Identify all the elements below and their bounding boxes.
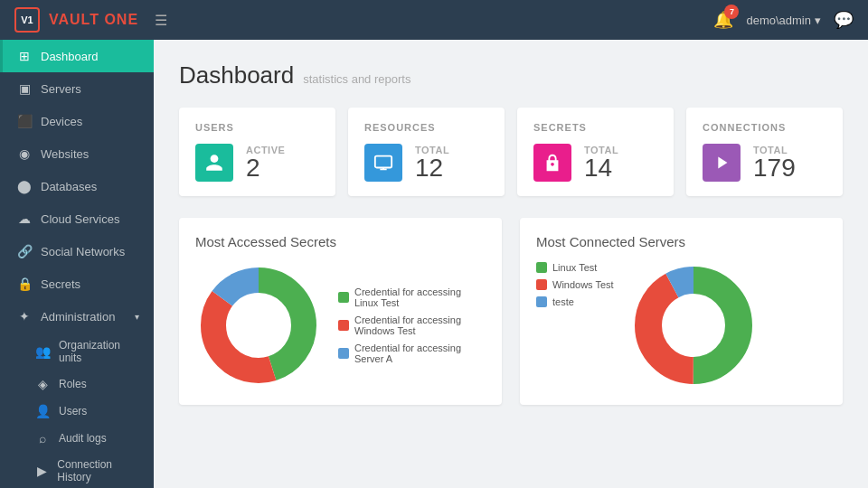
legend-label: Linux Test bbox=[552, 262, 597, 273]
cloud-icon: ☁ bbox=[17, 211, 32, 226]
sidebar-item-label: Cloud Services bbox=[41, 212, 119, 226]
stat-card-users: USERS ACTIVE 2 bbox=[179, 108, 335, 196]
notification-button[interactable]: 🔔 7 bbox=[713, 10, 733, 30]
sidebar-item-label: Secrets bbox=[41, 277, 80, 291]
sidebar-item-websites[interactable]: ◉ Websites bbox=[0, 137, 154, 170]
sidebar-item-label: Servers bbox=[41, 82, 81, 96]
topbar-left: V1 VAULT ONE ☰ bbox=[14, 7, 167, 33]
legend-color-dot bbox=[338, 348, 349, 359]
legend-label: Credential for accessing Server A bbox=[354, 343, 486, 364]
sidebar-item-users[interactable]: 👤 Users bbox=[9, 398, 154, 425]
legend-color-dot bbox=[536, 296, 547, 307]
social-icon: 🔗 bbox=[17, 244, 32, 258]
legend-label: teste bbox=[552, 296, 574, 307]
sidebar-item-label: Devices bbox=[41, 115, 82, 128]
logo-icon: V1 bbox=[14, 7, 40, 33]
servers-chart-legend: Linux Test Windows Test teste bbox=[536, 262, 614, 307]
stat-body-users: ACTIVE 2 bbox=[195, 144, 319, 182]
sidebar-item-databases[interactable]: ⬤ Databases bbox=[0, 170, 154, 202]
sidebar-item-devices[interactable]: ⬛ Devices bbox=[0, 105, 154, 137]
secrets-stat-icon bbox=[533, 144, 571, 182]
topbar-right: 🔔 7 demo\admin ▾ 💬 bbox=[713, 10, 854, 30]
stat-card-resources: RESOURCES TOTAL 12 bbox=[348, 108, 505, 196]
chevron-down-icon: ▾ bbox=[135, 312, 139, 322]
svg-point-9 bbox=[668, 300, 719, 351]
stat-label-secrets: SECRETS bbox=[533, 122, 657, 133]
legend-item: Credential for accessing Server A bbox=[338, 343, 486, 364]
stat-values-users: ACTIVE 2 bbox=[246, 145, 285, 181]
legend-label: Credential for accessing Linux Test bbox=[354, 286, 486, 308]
roles-icon: ◈ bbox=[35, 377, 50, 391]
notification-badge: 7 bbox=[724, 5, 739, 19]
stat-value-connections: 179 bbox=[753, 155, 796, 181]
sidebar-item-administration[interactable]: ✦ Administration ▾ bbox=[0, 300, 154, 333]
logo-text: VAULT ONE bbox=[49, 12, 138, 28]
user-menu-button[interactable]: demo\admin ▾ bbox=[746, 14, 821, 27]
sidebar-item-label: Roles bbox=[59, 378, 87, 390]
org-icon: 👥 bbox=[35, 344, 50, 359]
legend-label: Windows Test bbox=[552, 279, 614, 290]
sidebar-item-connection-history[interactable]: ▶ Connection History bbox=[9, 452, 154, 488]
users-icon: 👤 bbox=[35, 404, 50, 418]
sidebar-item-social[interactable]: 🔗 Social Networks bbox=[0, 235, 154, 267]
stat-value-secrets: 14 bbox=[584, 155, 618, 181]
secrets-chart-legend: Credential for accessing Linux Test Cred… bbox=[338, 286, 486, 364]
secrets-chart-card: Most Accessed Secrets Credential for a bbox=[179, 218, 502, 405]
legend-item: Windows Test bbox=[536, 279, 614, 290]
sidebar-item-label: Websites bbox=[41, 147, 89, 161]
sidebar-item-label: Audit logs bbox=[59, 432, 107, 445]
stat-value-resources: 12 bbox=[415, 155, 449, 181]
chevron-down-icon: ▾ bbox=[815, 14, 821, 27]
stat-label-resources: RESOURCES bbox=[364, 122, 488, 133]
sidebar-item-servers[interactable]: ▣ Servers bbox=[0, 72, 154, 105]
users-stat-icon bbox=[195, 144, 233, 182]
servers-donut-svg bbox=[630, 262, 757, 389]
resources-stat-icon bbox=[364, 144, 402, 182]
legend-color-dot bbox=[338, 320, 349, 331]
dashboard-icon: ⊞ bbox=[17, 49, 32, 63]
sidebar-item-org-units[interactable]: 👥 Organization units bbox=[9, 333, 154, 371]
stat-body-secrets: TOTAL 14 bbox=[533, 144, 657, 182]
legend-item: Credential for accessing Windows Test bbox=[338, 314, 486, 336]
sidebar-item-label: Dashboard bbox=[41, 50, 99, 63]
svg-rect-0 bbox=[375, 156, 392, 168]
sidebar-item-cloud[interactable]: ☁ Cloud Services bbox=[0, 202, 154, 235]
servers-chart-card: Most Connected Servers Linux Test Window… bbox=[520, 218, 843, 405]
audit-icon: ⌕ bbox=[35, 431, 50, 446]
sidebar-item-secrets[interactable]: 🔒 Secrets bbox=[0, 267, 154, 300]
sidebar-item-dashboard[interactable]: ⊞ Dashboard bbox=[0, 40, 154, 72]
legend-color-dot bbox=[536, 262, 547, 273]
legend-color-dot bbox=[338, 292, 349, 303]
secrets-donut-svg bbox=[195, 262, 322, 389]
connection-history-icon: ▶ bbox=[35, 464, 48, 478]
stat-values-connections: TOTAL 179 bbox=[753, 145, 796, 181]
svg-marker-1 bbox=[718, 157, 727, 169]
legend-color-dot bbox=[536, 279, 547, 290]
sidebar-item-roles[interactable]: ◈ Roles bbox=[9, 371, 154, 398]
websites-icon: ◉ bbox=[17, 146, 32, 161]
admin-submenu: 👥 Organization units ◈ Roles 👤 Users ⌕ A… bbox=[0, 333, 154, 488]
svg-point-5 bbox=[231, 298, 286, 352]
sidebar-item-label: Databases bbox=[41, 180, 97, 193]
sidebar-item-label: Social Networks bbox=[41, 245, 125, 258]
stat-body-resources: TOTAL 12 bbox=[364, 144, 488, 182]
sidebar: ⊞ Dashboard ▣ Servers ⬛ Devices ◉ Websit… bbox=[0, 40, 154, 488]
admin-label-group: Administration ▾ bbox=[41, 310, 139, 324]
charts-row: Most Accessed Secrets Credential for a bbox=[179, 218, 843, 405]
chat-button[interactable]: 💬 bbox=[834, 10, 854, 30]
legend-label: Credential for accessing Windows Test bbox=[354, 314, 486, 336]
secrets-chart-title: Most Accessed Secrets bbox=[195, 234, 486, 249]
legend-item: teste bbox=[536, 296, 614, 307]
legend-item: Credential for accessing Linux Test bbox=[338, 286, 486, 308]
hamburger-icon[interactable]: ☰ bbox=[155, 12, 167, 29]
sidebar-item-audit[interactable]: ⌕ Audit logs bbox=[9, 425, 154, 452]
stat-body-connections: TOTAL 179 bbox=[703, 144, 826, 182]
stat-values-resources: TOTAL 12 bbox=[415, 145, 449, 181]
devices-icon: ⬛ bbox=[17, 114, 32, 128]
servers-icon: ▣ bbox=[17, 81, 32, 96]
topbar: V1 VAULT ONE ☰ 🔔 7 demo\admin ▾ 💬 bbox=[0, 0, 868, 40]
stat-value-users: 2 bbox=[246, 155, 285, 181]
sidebar-item-label: Users bbox=[59, 405, 87, 418]
secrets-chart-body: Credential for accessing Linux Test Cred… bbox=[195, 262, 486, 389]
main-content: Dashboard statistics and reports USERS A… bbox=[154, 40, 868, 488]
